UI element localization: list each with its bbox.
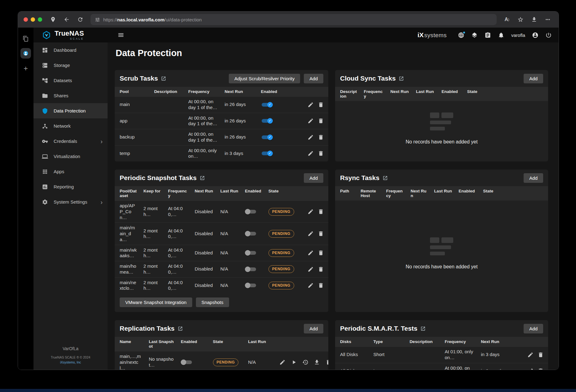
external-link-icon[interactable] [420,326,426,331]
sidenav-toggle-icon[interactable] [117,32,124,38]
delete-icon[interactable] [317,150,325,157]
table-row: main/homea… 2 month… At 04:00,… Disabled… [115,261,328,278]
replication-tasks-card: Replication Tasks Add Name Last [115,320,328,370]
card-title: Periodic S.M.A.R.T. Tests [340,325,417,332]
extension-icon[interactable] [20,48,31,59]
restore-icon[interactable] [302,359,309,366]
copyright-label: TrueNAS SCALE ® © 2024 [33,355,108,359]
delete-icon[interactable] [317,134,325,141]
edit-icon[interactable] [527,367,534,370]
delete-icon[interactable] [537,351,544,359]
edit-icon[interactable] [307,101,314,108]
sidebar-item-system-settings[interactable]: System Settings› [33,194,108,209]
enabled-toggle[interactable]: ✓ [261,134,273,140]
delete-icon[interactable] [317,282,325,289]
url-bar[interactable]: https://nas.local.varofla.com/ui/data-pr… [91,14,497,25]
adjust-scrub-priority-button[interactable]: Adjust Scrub/Resilver Priority [229,74,300,83]
table-header-row: Pool/Dataset Keep for Frequency Next Run… [115,186,328,201]
read-aloud-icon[interactable]: A) [502,14,512,25]
delete-icon[interactable] [317,208,325,215]
table-row: main,…,main/nextcl… No snapshot… PENDING… [115,351,328,370]
downloads-icon[interactable] [529,14,539,25]
enabled-toggle[interactable] [245,231,257,237]
empty-placeholder-graphic [430,112,453,130]
external-link-icon[interactable] [399,76,404,81]
add-scrub-button[interactable]: Add [304,74,323,83]
enabled-toggle[interactable] [245,266,257,272]
enabled-toggle[interactable]: ✓ [261,150,273,156]
new-tab-button[interactable]: + [24,65,28,72]
add-rsync-button[interactable]: Add [524,173,543,183]
external-link-icon[interactable] [383,175,388,181]
delete-icon[interactable] [317,249,325,257]
user-avatar-icon[interactable] [532,32,538,38]
delete-icon[interactable] [317,230,325,237]
enabled-toggle[interactable] [245,209,257,215]
close-window-button[interactable] [24,17,28,22]
delete-icon[interactable] [325,359,329,366]
ixsystems-link[interactable]: iXsystems, Inc [60,360,81,364]
vmware-snapshot-integration-button[interactable]: VMware Snapshot Integration [120,297,192,307]
external-link-icon[interactable] [178,326,183,331]
sidebar-item-apps[interactable]: Apps [33,164,108,179]
edit-icon[interactable] [307,266,314,273]
periodic-snapshot-tasks-card: Periodic Snapshot Tasks Add Pool/Dataset [115,170,328,312]
favorite-star-icon[interactable] [515,14,526,25]
enabled-toggle[interactable]: ✓ [261,118,273,124]
sidebar-item-virtualization[interactable]: Virtualization [33,149,108,164]
sidebar-item-datasets[interactable]: Datasets [33,73,108,88]
workspaces-pin-icon[interactable] [48,14,58,25]
edit-icon[interactable] [307,208,314,215]
status-badge: PENDING [268,282,294,289]
run-now-icon[interactable] [290,359,298,366]
minimize-window-button[interactable] [31,17,35,22]
edit-icon[interactable] [307,150,314,157]
add-smart-test-button[interactable]: Add [524,324,543,333]
truecommand-icon[interactable] [458,32,464,38]
edit-icon[interactable] [307,134,314,141]
add-cloud-sync-button[interactable]: Add [524,74,543,83]
power-icon[interactable] [545,32,552,38]
browser-menu-icon[interactable] [543,14,553,25]
external-link-icon[interactable] [200,175,205,181]
add-snapshot-task-button[interactable]: Add [304,173,323,183]
sidebar-item-credentials[interactable]: Credentials› [33,134,108,149]
enabled-toggle[interactable] [245,250,257,256]
enabled-toggle[interactable]: ✓ [261,102,273,108]
jobs-icon[interactable] [471,32,478,38]
ixsystems-logo[interactable]: iX systems [418,31,447,39]
edit-icon[interactable] [307,117,314,125]
cloud-sync-tasks-card: Cloud Sync Tasks Add Description [335,70,548,161]
delete-icon[interactable] [317,266,325,273]
delete-icon[interactable] [317,101,325,108]
snapshots-button[interactable]: Snapshots [196,297,229,307]
enabled-toggle[interactable] [181,359,193,365]
browser-window: https://nas.local.varofla.com/ui/data-pr… [18,11,559,370]
sidebar-item-network[interactable]: Network [33,118,108,134]
alerts-bell-icon[interactable] [498,32,504,38]
tab-switcher-icon[interactable] [23,36,29,42]
delete-icon[interactable] [537,367,544,370]
external-link-icon[interactable] [161,76,166,81]
edit-icon[interactable] [307,282,314,289]
download-keys-icon[interactable] [313,359,321,366]
refresh-button[interactable] [75,14,86,25]
sidebar-item-reporting[interactable]: Reporting [33,179,108,194]
truenas-logo[interactable]: TrueNAS SCALE [33,30,108,40]
changelog-icon[interactable] [485,32,491,38]
sidebar-item-dashboard[interactable]: Dashboard [33,42,108,58]
back-button[interactable] [61,14,72,25]
sidebar-item-storage[interactable]: Storage [33,58,108,73]
site-info-icon[interactable] [95,17,100,22]
edit-icon[interactable] [527,351,534,359]
url-text: https://nas.local.varofla.com/ui/data-pr… [103,17,202,22]
sidebar-item-data-protection[interactable]: Data Protection [33,103,108,118]
delete-icon[interactable] [317,117,325,125]
edit-icon[interactable] [307,230,314,237]
enabled-toggle[interactable] [245,282,257,288]
edit-icon[interactable] [279,359,286,366]
sidebar-item-shares[interactable]: Shares [33,88,108,103]
edit-icon[interactable] [307,249,314,257]
add-replication-button[interactable]: Add [304,324,323,333]
zoom-window-button[interactable] [38,17,42,22]
